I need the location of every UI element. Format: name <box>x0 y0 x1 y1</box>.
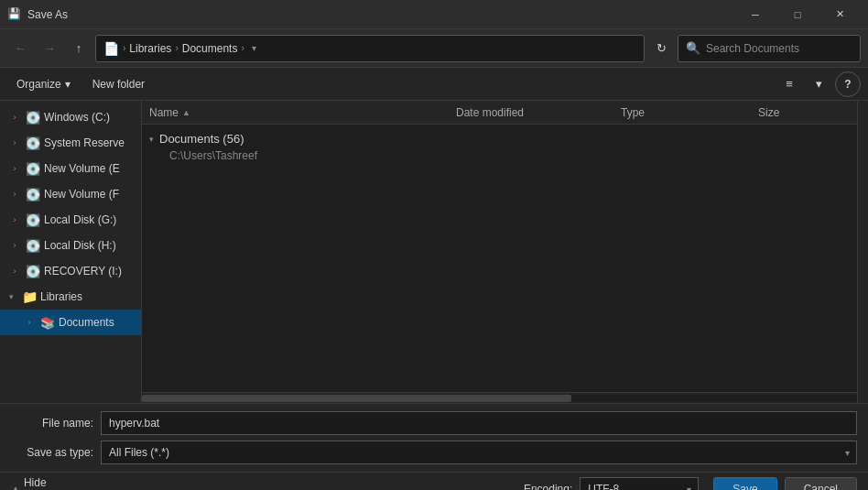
drive-icon: 💽 <box>26 161 40 176</box>
encoding-select[interactable]: UTF-8 UTF-16 LE UTF-16 BE ANSI <box>580 477 699 491</box>
col-date-label: Date modified <box>456 106 524 119</box>
file-name-input[interactable] <box>101 411 857 435</box>
file-group-header[interactable]: ▾ Documents (56) <box>149 132 850 146</box>
save-as-type-select[interactable]: All Files (*.*) <box>101 441 857 464</box>
group-expand-icon: ▾ <box>149 135 154 144</box>
search-box[interactable]: 🔍 <box>678 35 861 62</box>
expand-icon: › <box>7 110 22 125</box>
hide-folders-toggle[interactable]: ▲ Hide Folders <box>11 476 60 491</box>
sidebar-label-local-disk-g: Local Disk (G:) <box>44 213 137 226</box>
expand-icon: › <box>7 212 22 227</box>
expand-icon: › <box>7 187 22 201</box>
expand-icon: › <box>7 161 22 176</box>
save-as-type-row: Save as type: All Files (*.*) ▾ <box>11 441 857 464</box>
help-icon: ? <box>844 78 851 91</box>
sidebar-section-libraries[interactable]: ▾ 📁 Libraries <box>0 284 141 310</box>
expand-icon: ▾ <box>4 289 18 304</box>
minimize-button[interactable]: ─ <box>734 0 776 29</box>
bottom-panel: File name: Save as type: All Files (*.*)… <box>0 403 868 472</box>
new-folder-label: New folder <box>92 78 145 91</box>
window-title: Save As <box>27 8 734 21</box>
horizontal-scrollbar[interactable] <box>142 392 857 403</box>
nav-bar: ← → ↑ 📄 › Libraries › Documents › ▾ ↻ 🔍 <box>0 29 868 68</box>
address-sep3: › <box>241 43 244 53</box>
sidebar-label-documents: Documents <box>59 316 137 329</box>
search-input[interactable] <box>706 42 852 55</box>
sidebar-item-local-disk-g[interactable]: › 💽 Local Disk (G:) <box>0 207 141 233</box>
file-list: ▾ Documents (56) C:\Users\Tashreef <box>142 125 857 392</box>
window-icon: 💾 <box>7 7 22 22</box>
sidebar-label-new-volume-e: New Volume (E <box>44 162 137 175</box>
group-path: C:\Users\Tashreef <box>169 149 850 162</box>
vertical-scrollbar[interactable] <box>857 101 868 403</box>
view-icon: ≡ <box>786 77 793 91</box>
col-date-modified[interactable]: Date modified <box>456 106 621 119</box>
address-part-documents: Documents <box>182 42 238 55</box>
file-name-label: File name: <box>11 417 93 430</box>
up-button[interactable]: ↑ <box>66 36 92 61</box>
view-chevron-icon: ▾ <box>816 77 822 91</box>
col-size[interactable]: Size <box>758 106 850 119</box>
drive-icon: 💽 <box>26 136 40 150</box>
close-button[interactable]: ✕ <box>819 0 861 29</box>
organize-button[interactable]: Organize ▾ <box>7 71 80 97</box>
sidebar-item-recovery[interactable]: › 💽 RECOVERY (I:) <box>0 258 141 284</box>
sidebar-label-system-reserve: System Reserve <box>44 136 137 149</box>
col-name-sort: ▲ <box>182 108 190 117</box>
refresh-button[interactable]: ↻ <box>648 36 674 61</box>
sidebar: › 💽 Windows (C:) › 💽 System Reserve › 💽 … <box>0 101 142 403</box>
encoding-select-wrapper[interactable]: UTF-8 UTF-16 LE UTF-16 BE ANSI ▾ <box>580 477 699 491</box>
address-sep2: › <box>175 43 178 53</box>
drive-icon: 💽 <box>26 187 40 201</box>
col-name-label: Name <box>149 106 179 119</box>
expand-icon: › <box>7 238 22 253</box>
file-name-row: File name: <box>11 411 857 435</box>
expand-icon: › <box>22 315 37 330</box>
sidebar-item-new-volume-f[interactable]: › 💽 New Volume (F <box>0 181 141 207</box>
address-part-libraries: Libraries <box>129 42 171 55</box>
back-button[interactable]: ← <box>7 36 33 61</box>
col-name[interactable]: Name ▲ <box>149 106 456 119</box>
sidebar-item-new-volume-e[interactable]: › 💽 New Volume (E <box>0 156 141 181</box>
encoding-row: Encoding: UTF-8 UTF-16 LE UTF-16 BE ANSI… <box>524 477 699 491</box>
col-size-label: Size <box>758 106 779 119</box>
toolbar: Organize ▾ New folder ≡ ▾ ? <box>0 68 868 101</box>
forward-button[interactable]: → <box>37 36 62 61</box>
main-area: › 💽 Windows (C:) › 💽 System Reserve › 💽 … <box>0 101 868 403</box>
sidebar-item-system-reserve[interactable]: › 💽 System Reserve <box>0 130 141 156</box>
drive-icon: 💽 <box>26 264 40 278</box>
sidebar-item-local-disk-h[interactable]: › 💽 Local Disk (H:) <box>0 233 141 258</box>
drive-icon: 💽 <box>26 212 40 227</box>
sidebar-item-windows-c[interactable]: › 💽 Windows (C:) <box>0 104 141 130</box>
file-header: Name ▲ Date modified Type Size <box>142 101 857 125</box>
hide-folders-label: Hide Folders <box>24 476 60 491</box>
encoding-label: Encoding: <box>524 483 572 491</box>
cancel-button[interactable]: Cancel <box>785 477 857 491</box>
col-type[interactable]: Type <box>621 106 758 119</box>
sidebar-label-libraries: Libraries <box>40 290 137 303</box>
documents-library-icon: 📚 <box>40 315 55 330</box>
save-button[interactable]: Save <box>713 477 776 491</box>
organize-chevron: ▾ <box>65 78 71 91</box>
window-controls: ─ □ ✕ <box>734 0 861 29</box>
drive-icon: 💽 <box>26 110 40 125</box>
view-button[interactable]: ≡ <box>776 71 802 97</box>
address-sep1: › <box>123 43 125 53</box>
expand-icon: › <box>7 136 22 150</box>
file-group-documents: ▾ Documents (56) C:\Users\Tashreef <box>142 128 857 166</box>
save-as-type-wrapper[interactable]: All Files (*.*) ▾ <box>101 441 857 464</box>
maximize-button[interactable]: □ <box>776 0 819 29</box>
sidebar-item-documents[interactable]: › 📚 Documents <box>0 310 141 335</box>
sidebar-label-new-volume-f: New Volume (F <box>44 188 137 201</box>
view-chevron-button[interactable]: ▾ <box>806 71 831 97</box>
help-button[interactable]: ? <box>835 71 861 97</box>
libraries-folder-icon: 📁 <box>22 289 37 304</box>
organize-label: Organize <box>16 78 61 91</box>
sidebar-label-windows-c: Windows (C:) <box>44 111 137 124</box>
h-scroll-thumb[interactable] <box>142 395 571 402</box>
address-bar[interactable]: 📄 › Libraries › Documents › ▾ <box>95 35 645 62</box>
group-label: Documents (56) <box>159 132 244 146</box>
new-folder-button[interactable]: New folder <box>83 71 154 97</box>
address-dropdown-chevron: ▾ <box>252 43 256 53</box>
file-area: Name ▲ Date modified Type Size ▾ Documen… <box>142 101 857 403</box>
